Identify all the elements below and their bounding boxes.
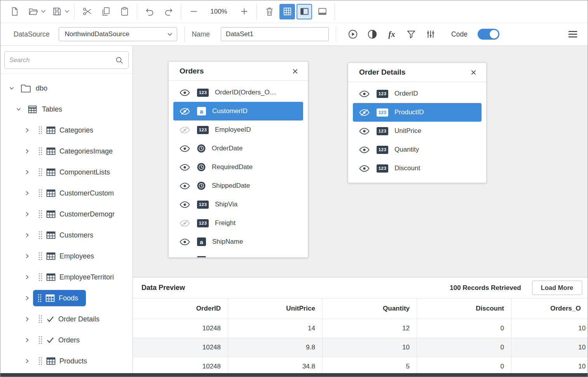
sidebar-item-customercustom[interactable]: CustomerCustom (0, 183, 133, 204)
sidebar-item-employeeterritories[interactable]: EmployeeTerritori (0, 267, 133, 288)
card-header[interactable]: Orders (169, 62, 308, 81)
field-row-customerid[interactable]: a CustomerID (173, 102, 303, 120)
field-row-orderid[interactable]: 123 OrderID (348, 84, 486, 103)
sidebar-item-categoriesimage[interactable]: CategoriesImage (0, 141, 133, 162)
field-row-shipname[interactable]: a ShipName (169, 232, 308, 251)
field-row-partial[interactable]: a (169, 251, 308, 258)
field-row-productid[interactable]: 123 ProductID (353, 103, 482, 122)
sidebar-item-employees[interactable]: Employees (0, 246, 133, 267)
chevron-right-icon[interactable] (24, 190, 30, 196)
code-toggle[interactable] (478, 29, 499, 40)
grid-view-toggle[interactable] (279, 4, 295, 19)
sidebar-item-foods[interactable]: Foods (0, 288, 133, 309)
eye-visible-icon[interactable] (359, 90, 370, 98)
sidebar-item-tables[interactable]: Tables (0, 99, 133, 120)
drag-handle-icon[interactable] (38, 168, 42, 176)
join-editor-button[interactable] (363, 26, 382, 43)
field-row-shippeddate[interactable]: ShippedDate (169, 176, 308, 195)
expression-button[interactable]: fx (382, 26, 401, 43)
datasource-select[interactable]: NorthwindDataSource (59, 27, 177, 41)
run-query-button[interactable] (343, 26, 363, 43)
eye-visible-icon[interactable] (180, 145, 190, 152)
eye-visible-icon[interactable] (180, 182, 190, 190)
sidebar-item-categories[interactable]: Categories (0, 120, 133, 141)
sidebar-item-order-details[interactable]: Order Details (0, 309, 133, 330)
eye-visible-icon[interactable] (359, 127, 370, 135)
chevron-right-icon[interactable] (24, 337, 30, 343)
sidebar-item-dbo[interactable]: dbo (0, 78, 133, 99)
filter-button[interactable] (401, 26, 421, 43)
chevron-right-icon[interactable] (24, 274, 30, 280)
eye-visible-icon[interactable] (180, 89, 190, 96)
open-dropdown-chevron-icon[interactable] (41, 10, 46, 13)
drag-handle-icon[interactable] (38, 336, 42, 344)
sidebar-item-customers[interactable]: Customers (0, 225, 133, 246)
drag-handle-icon[interactable] (38, 147, 42, 155)
sidebar-item-customerdemogr[interactable]: CustomerDemogr (0, 204, 133, 225)
save-button[interactable] (48, 3, 65, 20)
eye-hidden-icon[interactable] (180, 126, 190, 134)
field-row-employeeid[interactable]: 123 EmployeeID (169, 120, 308, 139)
copy-button[interactable] (97, 3, 114, 20)
field-row-quantity[interactable]: 123 Quantity (348, 140, 486, 159)
sidebar-item-products[interactable]: Products (0, 351, 133, 372)
paste-button[interactable] (116, 3, 133, 20)
zoom-in-button[interactable] (236, 3, 253, 20)
sidebar-item-componentlists[interactable]: ComponentLists (0, 162, 133, 183)
delete-button[interactable] (261, 3, 278, 20)
field-row-discount[interactable]: 123 Discount (348, 159, 486, 178)
chevron-down-icon[interactable] (16, 106, 21, 112)
drag-handle-icon[interactable] (38, 357, 42, 365)
menu-button[interactable] (564, 26, 581, 43)
left-panel-toggle[interactable] (297, 4, 312, 19)
chevron-right-icon[interactable] (24, 316, 30, 322)
chevron-right-icon[interactable] (24, 295, 30, 301)
search-box[interactable] (4, 51, 129, 69)
chevron-right-icon[interactable] (24, 253, 30, 259)
undo-button[interactable] (141, 3, 158, 20)
open-button[interactable] (24, 3, 42, 20)
eye-visible-icon[interactable] (359, 165, 370, 172)
field-row-unitprice[interactable]: 123 UnitPrice (348, 122, 486, 140)
eye-hidden-icon[interactable] (359, 109, 370, 116)
eye-hidden-icon[interactable] (180, 108, 190, 115)
field-row-orderdate[interactable]: OrderDate (169, 139, 308, 158)
chevron-right-icon[interactable] (24, 358, 30, 364)
field-row-shipvia[interactable]: 123 ShipVia (169, 195, 308, 214)
bottom-panel-toggle[interactable] (314, 3, 331, 20)
drag-handle-icon[interactable] (38, 126, 42, 134)
close-card-button[interactable] (468, 66, 479, 78)
chevron-down-icon[interactable] (9, 86, 14, 91)
new-report-button[interactable] (6, 3, 23, 20)
field-row-orderid[interactable]: 123 OrderID(Orders_O… (169, 83, 308, 102)
drag-handle-icon[interactable] (38, 252, 42, 260)
dataset-name-input[interactable] (221, 27, 329, 41)
sidebar-item-orders[interactable]: Orders (0, 330, 133, 351)
drag-handle-icon[interactable] (38, 294, 42, 302)
drag-handle-icon[interactable] (38, 315, 42, 323)
field-row-freight[interactable]: 123 Freight (169, 214, 308, 232)
close-card-button[interactable] (289, 65, 301, 77)
drag-handle-icon[interactable] (38, 231, 42, 239)
drag-handle-icon[interactable] (38, 273, 42, 281)
search-input[interactable] (9, 56, 115, 64)
cut-button[interactable] (79, 3, 96, 20)
redo-button[interactable] (160, 3, 177, 20)
field-row-requireddate[interactable]: RequiredDate (169, 158, 308, 176)
drag-handle-icon[interactable] (38, 189, 42, 197)
zoom-out-button[interactable] (185, 3, 202, 20)
chevron-right-icon[interactable] (24, 232, 30, 238)
drag-handle-icon[interactable] (38, 210, 42, 218)
eye-hidden-icon[interactable] (180, 220, 190, 227)
chevron-right-icon[interactable] (24, 211, 30, 217)
eye-visible-icon[interactable] (180, 164, 190, 171)
chevron-right-icon[interactable] (24, 127, 30, 133)
dropdown-chevron[interactable] (163, 28, 177, 41)
search-icon[interactable] (115, 56, 124, 65)
chevron-right-icon[interactable] (24, 148, 30, 154)
card-header[interactable]: Order Details (348, 63, 486, 82)
eye-visible-icon[interactable] (180, 201, 190, 208)
chevron-right-icon[interactable] (24, 169, 30, 175)
save-dropdown-chevron-icon[interactable] (65, 10, 70, 13)
parameters-button[interactable] (421, 26, 440, 43)
